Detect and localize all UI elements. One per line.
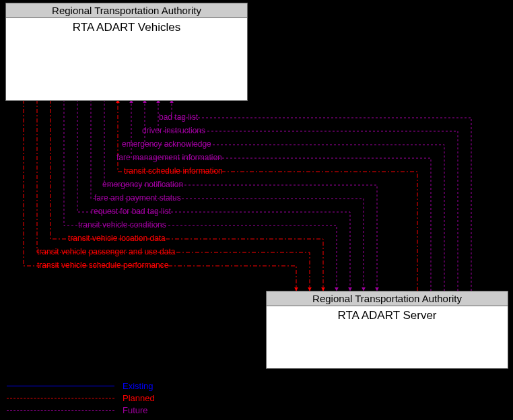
entity-vehicles[interactable]: Regional Transportation Authority RTA AD… [5, 3, 248, 101]
entity-server-header: Regional Transportation Authority [267, 291, 508, 306]
flow-bad-tag-list[interactable]: bad tag list [159, 112, 198, 122]
legend-line-existing [7, 386, 114, 386]
legend-label-planned: Planned [123, 393, 155, 403]
flow-transit-vehicle-loc[interactable]: transit vehicle location data [68, 234, 166, 243]
legend-planned: Planned [7, 392, 155, 404]
flow-emergency-acknowledge[interactable]: emergency acknowledge [122, 139, 211, 149]
legend-label-future: Future [123, 405, 148, 415]
flow-emergency-notification[interactable]: emergency notification [102, 180, 183, 189]
flow-fare-payment-status[interactable]: fare and payment status [94, 193, 181, 203]
legend-future: Future [7, 404, 155, 416]
legend-label-existing: Existing [123, 381, 153, 391]
flow-transit-sched-perf[interactable]: transit vehicle schedule performance [37, 260, 168, 270]
entity-vehicles-title: RTA ADART Vehicles [6, 18, 247, 36]
entity-vehicles-header: Regional Transportation Authority [6, 3, 247, 18]
flow-transit-vehicle-cond[interactable]: transit vehicle conditions [78, 220, 166, 230]
entity-server[interactable]: Regional Transportation Authority RTA AD… [266, 291, 508, 369]
flow-transit-pax-use-data[interactable]: transit vehicle passenger and use data [37, 247, 175, 256]
flow-request-bad-tag-list[interactable]: request for bad tag list [91, 207, 171, 216]
flow-fare-mgmt-info[interactable]: fare management information [116, 153, 222, 162]
legend-existing: Existing [7, 380, 155, 392]
flow-driver-instructions[interactable]: driver instructions [142, 126, 205, 135]
legend-line-future [7, 410, 114, 411]
flow-transit-schedule-info[interactable]: transit schedule information [124, 166, 223, 176]
entity-server-title: RTA ADART Server [267, 306, 508, 324]
legend-line-planned [7, 398, 114, 398]
legend: Existing Planned Future [7, 380, 155, 416]
